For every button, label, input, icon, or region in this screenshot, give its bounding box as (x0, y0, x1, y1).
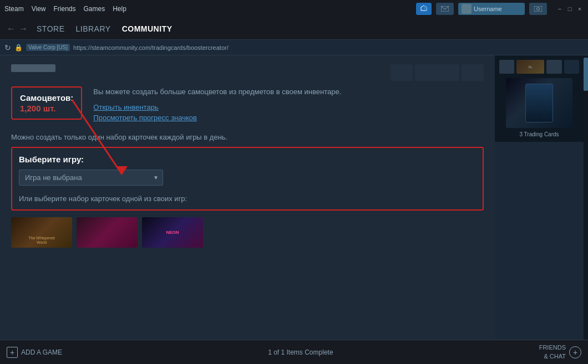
window-controls: − □ × (556, 5, 584, 13)
svg-point-3 (537, 8, 540, 11)
back-button[interactable]: ← (7, 24, 16, 34)
menu-view[interactable]: View (32, 5, 46, 13)
game-thumbnails-row: The WhisperedWorld NEON (11, 217, 484, 248)
game-thumb-whispered-world[interactable]: The WhisperedWorld (11, 217, 72, 248)
avatar (462, 4, 472, 14)
content-area: Самоцветов: 1,200 шт. Вы можете создать … (0, 55, 495, 340)
menu-games[interactable]: Games (84, 5, 105, 13)
gems-count: 1,200 шт. (20, 104, 73, 113)
info-text: Вы можете создать больше самоцветов из п… (93, 86, 484, 98)
inventory-link[interactable]: Открыть инвентарь (93, 103, 484, 111)
daily-limit-text: Можно создать только один набор карточек… (11, 133, 484, 141)
title-bar: Steam View Friends Games Help Username (0, 0, 588, 18)
title-bar-right: Username − □ × (416, 3, 584, 15)
main-content: Самоцветов: 1,200 шт. Вы можете создать … (0, 55, 588, 340)
screenshot-button[interactable] (529, 3, 547, 15)
close-button[interactable]: × (576, 5, 584, 13)
add-icon: + (7, 347, 18, 358)
or-text: Или выберите набор карточек одной из сво… (19, 194, 476, 203)
friends-chat-button[interactable]: FRIENDS & CHAT + (539, 344, 581, 361)
menu-friends[interactable]: Friends (53, 5, 75, 13)
game-dropdown-wrapper: Игра не выбрана ▼ (19, 170, 163, 186)
corp-badge: Valve Corp [US] (26, 44, 70, 51)
friends-chat-label: FRIENDS & CHAT (539, 344, 566, 361)
nav-bar: ← → STORE LIBRARY COMMUNITY (0, 18, 588, 40)
menu-bar: Steam View Friends Games Help (4, 5, 126, 13)
add-game-button[interactable]: + ADD A GAME (7, 347, 62, 358)
status-bar: + ADD A GAME 1 of 1 Items Complete FRIEN… (0, 340, 588, 364)
chat-add-icon: + (569, 346, 581, 358)
nav-tabs: STORE LIBRARY COMMUNITY (37, 24, 172, 33)
title-bar-left: Steam View Friends Games Help (4, 5, 126, 13)
svg-rect-2 (534, 6, 542, 12)
maximize-button[interactable]: □ (566, 5, 574, 13)
scrollbar-track[interactable] (584, 55, 588, 340)
tab-library[interactable]: LIBRARY (75, 24, 110, 33)
status-text: 1 of 1 Items Complete (268, 348, 333, 356)
lock-icon: 🔒 (14, 44, 23, 52)
gems-box: Самоцветов: 1,200 шт. (11, 86, 82, 120)
thumb-pc (499, 60, 514, 74)
user-area[interactable]: Username (458, 3, 525, 15)
address-bar: ↻ 🔒 Valve Corp [US] https://steamcommuni… (0, 40, 588, 55)
username-display: Username (474, 6, 502, 12)
select-game-title: Выберите игру: (19, 155, 476, 164)
navigation-arrows: ← → (7, 24, 28, 34)
menu-help[interactable]: Help (113, 5, 126, 13)
game-thumb-neon[interactable]: NEON (142, 217, 203, 248)
trading-cards-label: 3 Trading Cards (519, 131, 559, 137)
thumb-extra1 (546, 60, 561, 74)
thumb-borderlands: BL (516, 60, 544, 74)
select-game-box: Выберите игру: Игра не выбрана ▼ Или выб… (11, 147, 484, 211)
game-select-dropdown[interactable]: Игра не выбрана (19, 170, 163, 186)
refresh-button[interactable]: ↻ (4, 43, 11, 52)
right-panel: BL 3 Trading Cards (495, 55, 584, 142)
notification-button[interactable] (416, 3, 432, 15)
tab-community[interactable]: COMMUNITY (122, 24, 173, 33)
gems-label: Самоцветов: (20, 93, 73, 102)
menu-steam[interactable]: Steam (4, 5, 24, 13)
minimize-button[interactable]: − (556, 5, 564, 13)
top-thumbnails: BL (499, 60, 579, 74)
trading-card-image (506, 78, 572, 128)
progress-link[interactable]: Просмотреть прогресс значков (93, 114, 484, 122)
thumb-extra2 (564, 60, 579, 74)
tab-store[interactable]: STORE (37, 24, 64, 33)
url-display[interactable]: https://steamcommunity.com/tradingcards/… (73, 44, 229, 51)
forward-button[interactable]: → (19, 24, 28, 34)
game-thumb-other[interactable] (77, 217, 138, 248)
envelope-button[interactable] (436, 3, 454, 15)
page-header: Самоцветов: 1,200 шт. Вы можете создать … (11, 86, 484, 124)
scrollbar-thumb[interactable] (584, 58, 588, 91)
right-panel-container: BL 3 Trading Cards (495, 55, 584, 340)
add-game-label: ADD A GAME (21, 348, 62, 356)
info-section: Вы можете создать больше самоцветов из п… (93, 86, 484, 124)
